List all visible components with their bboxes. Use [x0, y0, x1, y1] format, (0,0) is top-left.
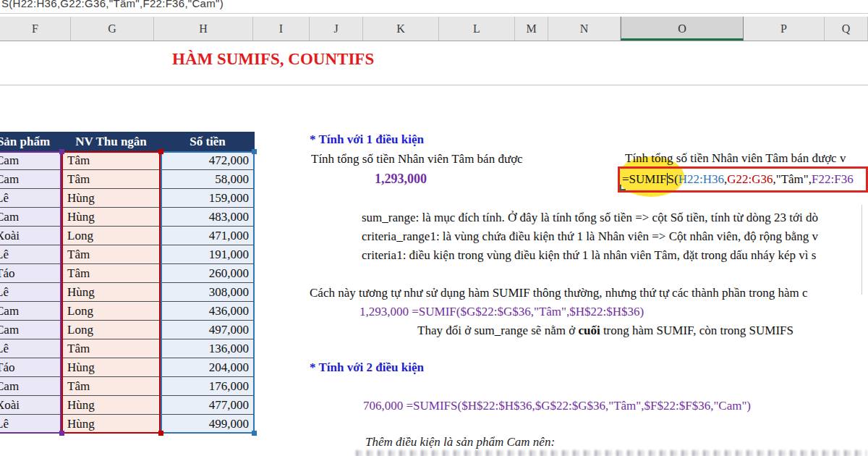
active-formula-cell[interactable]: =SUMIFS(H22:H36,G22:G36,"Tâm",F22:F36: [618, 166, 868, 193]
table-row: Lê Hùng 308,000: [0, 283, 255, 302]
section2-heading[interactable]: * Tính với 2 điều kiện: [310, 360, 424, 375]
column-header-p[interactable]: P: [744, 17, 825, 41]
explanation-sum-range[interactable]: sum_range: là mục đích tính. Ở đây là tí…: [362, 211, 818, 225]
cashier-cell[interactable]: Tâm: [61, 151, 161, 170]
sumifs-formula[interactable]: 706,000 =SUMIFS($H$22:$H$36,$G$22:$G$36,…: [363, 399, 751, 413]
amount-cell[interactable]: 58,000: [161, 170, 255, 189]
product-cell[interactable]: Cam: [0, 151, 61, 170]
column-header-row: F G H I J K L M N O P Q: [0, 17, 868, 41]
product-cell[interactable]: Lê: [0, 283, 61, 302]
table-row: Cam Long 436,000: [0, 302, 255, 321]
column-header-i[interactable]: I: [253, 17, 310, 41]
amount-cell[interactable]: 471,000: [161, 227, 255, 245]
column-header-k[interactable]: K: [363, 17, 439, 41]
product-cell[interactable]: Lê: [0, 415, 61, 434]
product-cell[interactable]: Xoài: [0, 396, 61, 415]
section1-prompt[interactable]: Tính tổng số tiền Nhân viên Tâm bán được: [311, 152, 523, 166]
amount-cell[interactable]: 436,000: [161, 302, 255, 321]
product-cell[interactable]: Lê: [0, 339, 61, 358]
amount-cell[interactable]: 176,000: [161, 377, 255, 396]
cashier-cell[interactable]: Long: [61, 321, 161, 339]
table-header-row: Sản phẩm NV Thu ngân Số tiền: [0, 132, 255, 151]
section1-heading[interactable]: * Tính với 1 điều kiện: [310, 132, 424, 147]
amount-cell[interactable]: 204,000: [161, 358, 255, 377]
product-cell[interactable]: Cam: [0, 377, 61, 396]
sales-table: Sản phẩm NV Thu ngân Số tiền Cam Tâm 472…: [0, 132, 255, 434]
row-gridline: [0, 85, 868, 85]
column-header-n[interactable]: N: [548, 17, 621, 41]
explanation-criteria1[interactable]: criteria1: điều kiện trong vùng điều kiệ…: [362, 248, 816, 263]
table-row: Xoài Hùng 477,000: [0, 396, 255, 415]
cut-off-text-line: [356, 450, 867, 456]
cashier-cell[interactable]: Hùng: [61, 396, 161, 415]
amount-cell[interactable]: 497,000: [161, 321, 255, 339]
section2-italic-note[interactable]: Thêm điều kiện là sản phẩm Cam nên:: [365, 435, 555, 449]
cashier-cell[interactable]: Hùng: [61, 283, 161, 302]
column-header-q[interactable]: Q: [825, 17, 868, 41]
cashier-cell[interactable]: Hùng: [61, 415, 161, 434]
formula-text: =SUMIFS(H22:H36,G22:G36,"Tâm",F22:F36: [622, 169, 854, 190]
table-header-amount[interactable]: Số tiền: [161, 132, 255, 151]
cashier-cell[interactable]: Hùng: [61, 208, 161, 227]
amount-cell[interactable]: 136,000: [161, 339, 255, 358]
column-header-g[interactable]: G: [71, 17, 154, 41]
column-header-o-selected[interactable]: O: [621, 17, 744, 41]
amount-cell[interactable]: 191,000: [161, 245, 255, 264]
product-cell[interactable]: Cam: [0, 170, 61, 189]
table-row: Cam Tâm 58,000: [0, 170, 255, 189]
table-row: Táo Tâm 260,000: [0, 264, 255, 283]
explanation-criteria-range1[interactable]: criteria_range1: là vùng chứa điều kiện …: [362, 229, 818, 244]
cashier-cell[interactable]: Hùng: [61, 189, 161, 208]
cashier-cell[interactable]: Tâm: [61, 264, 161, 283]
column-header-m[interactable]: M: [515, 17, 548, 41]
table-row: Lê Tâm 136,000: [0, 339, 255, 358]
product-cell[interactable]: Lê: [0, 189, 61, 208]
product-cell[interactable]: Xoài: [0, 227, 61, 245]
product-cell[interactable]: Táo: [0, 358, 61, 377]
sum-range-order-note[interactable]: Thay đổi ở sum_range sẽ nằm ở cuối trong…: [417, 324, 793, 338]
table-header-product[interactable]: Sản phẩm: [0, 132, 61, 151]
table-row: Xoài Long 471,000: [0, 227, 255, 245]
product-cell[interactable]: Cam: [0, 302, 61, 321]
sumif-comparison-note[interactable]: Cách này tương tự như sử dụng hàm SUMIF …: [310, 286, 808, 300]
amount-cell[interactable]: 483,000: [161, 208, 255, 227]
product-cell[interactable]: Lê: [0, 245, 61, 264]
column-header-h[interactable]: H: [154, 17, 253, 41]
column-header-l[interactable]: L: [439, 17, 515, 41]
cell-gridline: [861, 205, 862, 295]
table-row: Cam Tâm 176,000: [0, 377, 255, 396]
table-row: Cam Long 497,000: [0, 321, 255, 339]
cashier-cell[interactable]: Long: [61, 227, 161, 245]
table-row: Cam Hùng 483,000: [0, 208, 255, 227]
formula-bar-text: S(H22:H36,G22:G36,"Tâm",F22:F36,"Cam"): [1, 0, 224, 9]
table-row: Lê Hùng 499,000: [0, 415, 255, 434]
product-cell[interactable]: Cam: [0, 321, 61, 339]
amount-cell[interactable]: 308,000: [161, 283, 255, 302]
section1-prompt-right[interactable]: Tính tổng số tiền Nhân viên Tâm bán được…: [625, 151, 846, 166]
amount-cell[interactable]: 477,000: [161, 396, 255, 415]
table-row: Lê Tâm 191,000: [0, 245, 255, 264]
table-header-cashier[interactable]: NV Thu ngân: [61, 132, 161, 151]
cashier-cell[interactable]: Hùng: [61, 358, 161, 377]
table-row: Lê Hùng 159,000: [0, 189, 255, 208]
cashier-cell[interactable]: Tâm: [61, 377, 161, 396]
cashier-cell[interactable]: Tâm: [61, 245, 161, 264]
amount-cell[interactable]: 159,000: [161, 189, 255, 208]
formula-bar[interactable]: S(H22:H36,G22:G36,"Tâm",F22:F36,"Cam"): [0, 0, 868, 14]
table-row: Táo Hùng 204,000: [0, 358, 255, 377]
amount-cell[interactable]: 499,000: [161, 415, 255, 434]
cashier-cell[interactable]: Tâm: [61, 170, 161, 189]
sumif-formula[interactable]: 1,293,000 =SUMIF($G$22:$G$36,"Tâm",$H$22…: [359, 305, 644, 319]
sheet-title[interactable]: HÀM SUMIFS, COUNTIFS: [172, 50, 374, 69]
cashier-cell[interactable]: Tâm: [61, 339, 161, 358]
cashier-cell[interactable]: Long: [61, 302, 161, 321]
section1-result[interactable]: 1,293,000: [375, 172, 427, 187]
amount-cell[interactable]: 260,000: [161, 264, 255, 283]
product-cell[interactable]: Táo: [0, 264, 61, 283]
amount-cell[interactable]: 472,000: [161, 151, 255, 170]
column-header-f[interactable]: F: [0, 17, 71, 41]
product-cell[interactable]: Cam: [0, 208, 61, 227]
column-header-j[interactable]: J: [310, 17, 363, 41]
cell-corner-mark: [620, 185, 626, 190]
table-row: Cam Tâm 472,000: [0, 151, 255, 170]
